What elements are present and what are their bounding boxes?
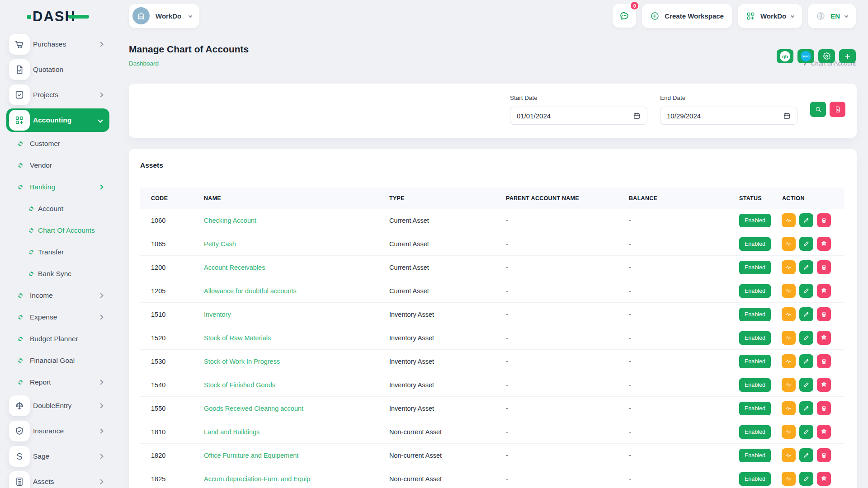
activity-icon <box>785 381 792 388</box>
activity-button[interactable] <box>782 378 796 392</box>
sidebar-item-vendor[interactable]: Vendor <box>0 155 120 176</box>
sidebar-item-accounting[interactable]: Accounting <box>6 108 109 132</box>
account-name-link[interactable]: Inventory <box>204 311 231 318</box>
edit-button[interactable] <box>799 331 813 345</box>
activity-button[interactable] <box>782 284 796 298</box>
sidebar-item-sage[interactable]: SSage <box>0 444 120 469</box>
edit-button[interactable] <box>799 284 813 298</box>
activity-button[interactable] <box>782 213 796 227</box>
calendar-icon[interactable] <box>633 112 641 120</box>
delete-button[interactable] <box>817 331 831 345</box>
edit-button[interactable] <box>799 472 813 486</box>
table-row: 1825Accum.depreciation-Furn. and EquipNo… <box>140 467 844 488</box>
account-name-link[interactable]: Office Furniture and Equipement <box>204 452 298 459</box>
sidebar-item-financial-goal[interactable]: Financial Goal <box>0 350 120 371</box>
sidebar-item-report[interactable]: Report <box>0 371 120 393</box>
sidebar-item-chart-of-accounts[interactable]: Chart Of Accounts <box>0 220 120 241</box>
cell-balance: - <box>618 475 728 483</box>
delete-icon <box>821 428 827 435</box>
row-actions <box>771 378 844 392</box>
activity-button[interactable] <box>782 425 796 439</box>
activity-button[interactable] <box>782 237 796 251</box>
edit-button[interactable] <box>799 237 813 251</box>
sidebar-item-expense[interactable]: Expense <box>0 306 120 328</box>
edit-button[interactable] <box>799 354 813 368</box>
xero-button[interactable]: xero <box>797 49 814 63</box>
sidebar-item-account[interactable]: Account <box>0 198 120 220</box>
sidebar-item-assets[interactable]: Assets <box>0 469 120 488</box>
status-badge: Enabled <box>739 237 771 251</box>
workspace-selector[interactable]: WorkDo <box>129 4 199 28</box>
edit-button[interactable] <box>799 213 813 227</box>
account-name-link[interactable]: Stock of Work In Progress <box>204 358 280 365</box>
chevron-right-icon <box>98 293 103 298</box>
chevron-down-icon <box>98 117 103 122</box>
activity-button[interactable] <box>782 448 796 462</box>
app-switcher-dropdown[interactable]: WorkDo <box>738 4 802 28</box>
sidebar-item-doubleentry[interactable]: DoubleEntry <box>0 393 120 418</box>
settings-button[interactable] <box>818 49 835 63</box>
edit-button[interactable] <box>799 425 813 439</box>
create-workspace-button[interactable]: Create Workspace <box>642 4 732 28</box>
sidebar-item-customer[interactable]: Customer <box>0 133 120 155</box>
delete-button[interactable] <box>817 401 831 415</box>
sidebar-item-insurance[interactable]: Insurance <box>0 418 120 444</box>
delete-button[interactable] <box>817 354 831 368</box>
sidebar-item-bank-sync[interactable]: Bank Sync <box>0 263 120 285</box>
quickbooks-button[interactable]: qb <box>777 49 793 63</box>
delete-button[interactable] <box>817 237 831 251</box>
activity-button[interactable] <box>782 401 796 415</box>
delete-button[interactable] <box>817 448 831 462</box>
activity-button[interactable] <box>782 472 796 486</box>
add-account-button[interactable] <box>839 49 856 63</box>
account-name-link[interactable]: Allowance for doubtful accounts <box>204 287 297 295</box>
edit-button[interactable] <box>799 378 813 392</box>
account-name-link[interactable]: Checking Account <box>204 217 256 224</box>
delete-button[interactable] <box>817 425 831 439</box>
edit-button[interactable] <box>799 401 813 415</box>
account-name-link[interactable]: Stock of Finished Goods <box>204 381 275 389</box>
calendar-icon[interactable] <box>783 112 791 120</box>
edit-button[interactable] <box>799 307 813 321</box>
sidebar-item-projects[interactable]: Projects <box>0 82 120 108</box>
parent-account-name: - <box>506 240 508 248</box>
account-name-link[interactable]: Land and Buildings <box>204 428 259 436</box>
delete-button[interactable] <box>817 284 831 298</box>
edit-button[interactable] <box>799 260 813 274</box>
account-name-link[interactable]: Petty Cash <box>204 240 236 248</box>
delete-button[interactable] <box>817 260 831 274</box>
account-code: 1530 <box>151 358 165 365</box>
account-name-link[interactable]: Accum.depreciation-Furn. and Equip <box>204 475 310 483</box>
edit-button[interactable] <box>799 448 813 462</box>
delete-button[interactable] <box>817 472 831 486</box>
account-name-link[interactable]: Stock of Raw Materials <box>204 334 271 342</box>
activity-button[interactable] <box>782 307 796 321</box>
sidebar-item-purchases[interactable]: Purchases <box>0 32 120 57</box>
language-dropdown[interactable]: EN <box>808 4 856 28</box>
sidebar-item-banking[interactable]: Banking <box>0 176 120 198</box>
start-date-input[interactable]: 01/01/2024 <box>510 107 647 125</box>
dash-logo[interactable]: DASH <box>27 7 89 26</box>
account-code: 1060 <box>151 217 165 224</box>
sidebar-item-transfer[interactable]: Transfer <box>0 241 120 263</box>
sidebar-item-quotation[interactable]: Quotation <box>0 57 120 82</box>
sidebar-item-income[interactable]: Income <box>0 285 120 306</box>
breadcrumb-dashboard-link[interactable]: Dashboard <box>129 60 159 67</box>
messages-button[interactable]: 0 <box>613 4 636 28</box>
delete-button[interactable] <box>817 378 831 392</box>
edit-icon <box>803 381 810 388</box>
delete-button[interactable] <box>817 307 831 321</box>
activity-button[interactable] <box>782 331 796 345</box>
activity-icon <box>785 240 792 247</box>
activity-button[interactable] <box>782 354 796 368</box>
reset-filter-button[interactable] <box>830 102 845 117</box>
status-badge: Enabled <box>739 261 771 274</box>
apply-filter-button[interactable] <box>810 102 826 117</box>
end-date-input[interactable]: 10/29/2024 <box>660 107 797 125</box>
delete-button[interactable] <box>817 213 831 227</box>
cell-balance: - <box>618 311 728 318</box>
activity-button[interactable] <box>782 260 796 274</box>
account-name-link[interactable]: Goods Received Clearing account <box>204 405 303 412</box>
account-name-link[interactable]: Account Receivables <box>204 264 265 271</box>
sidebar-item-budget-planner[interactable]: Budget Planner <box>0 328 120 350</box>
